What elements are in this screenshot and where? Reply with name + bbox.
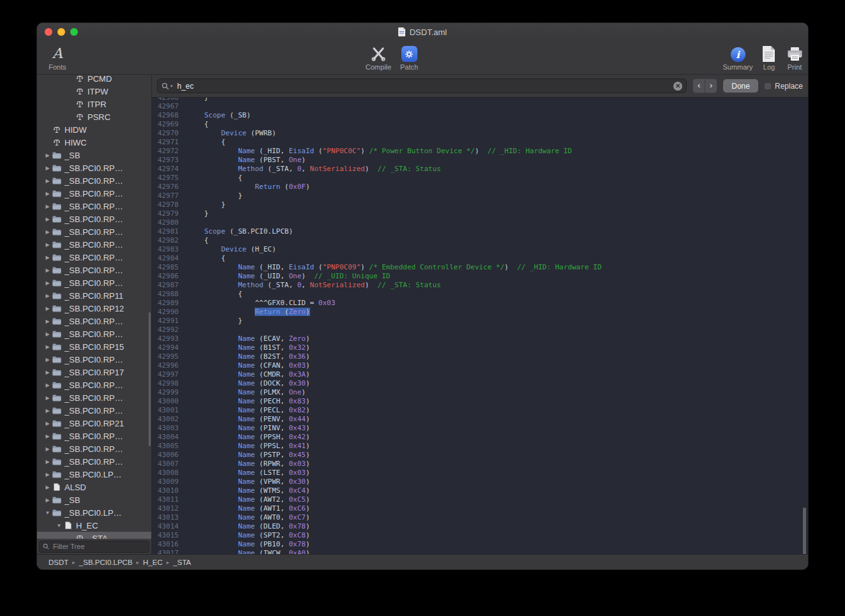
code-line[interactable]: 43003 Name (PINV, 0x43) <box>152 424 808 433</box>
sidebar-item-_sb-pci0-rp[interactable]: ▶_SB.PCI0.RP… <box>37 327 151 340</box>
code-line[interactable]: 43015 Name (SPT2, 0xC8) <box>152 531 808 540</box>
code-line[interactable]: 43016 Name (PB10, 0x78) <box>152 540 808 549</box>
code-line[interactable]: 42986 Name (_UID, One) // _UID: Unique I… <box>152 272 808 281</box>
sidebar-item-alsd[interactable]: ▶ALSD <box>37 481 151 493</box>
disclosure-closed-icon[interactable]: ▶ <box>43 306 52 312</box>
disclosure-closed-icon[interactable]: ▶ <box>43 255 52 260</box>
sidebar-item-_sb-pci0-rp[interactable]: ▶_SB.PCI0.RP… <box>37 213 151 225</box>
sidebar-item-_sb-pci0-rp[interactable]: ▶_SB.PCI0.RP… <box>37 187 151 200</box>
code-line[interactable]: 42998 Name (DOCK, 0x30) <box>152 379 808 388</box>
sidebar-item-_sb-pci0-rp[interactable]: ▶_SB.PCI0.RP… <box>37 404 151 417</box>
code-line[interactable]: 43013 Name (AWT0, 0xC7) <box>152 513 808 522</box>
code-line[interactable]: 42975 { <box>152 174 808 183</box>
code-line[interactable]: 42970 Device (PWRB) <box>152 129 808 138</box>
code-line[interactable]: 43004 Name (PPSH, 0x42) <box>152 433 808 442</box>
sidebar-item-_sb-pci0-rp15[interactable]: ▶_SB.PCI0.RP15 <box>37 340 151 353</box>
find-next-button[interactable]: › <box>705 79 717 93</box>
chevron-down-icon[interactable]: ▾ <box>170 84 173 89</box>
fonts-button[interactable]: A Fonts <box>41 43 74 71</box>
disclosure-closed-icon[interactable]: ▶ <box>43 267 52 273</box>
sidebar-item-_sb-pci0-rp[interactable]: ▶_SB.PCI0.RP… <box>37 391 151 404</box>
code-line[interactable]: 42994 Name (B1ST, 0x32) <box>152 343 808 352</box>
code-line[interactable]: 42987 Method (_STA, 0, NotSerialized) //… <box>152 281 808 290</box>
disclosure-closed-icon[interactable]: ▶ <box>43 229 52 235</box>
replace-checkbox[interactable] <box>764 82 772 90</box>
code-line[interactable]: 43005 Name (PPSL, 0x41) <box>152 442 808 451</box>
sidebar-item-_sb[interactable]: ▶_SB <box>37 149 151 162</box>
disclosure-closed-icon[interactable]: ▶ <box>43 421 52 426</box>
find-previous-button[interactable]: ‹ <box>692 79 705 93</box>
code-line[interactable]: 42993 Name (ECAV, Zero) <box>152 334 808 343</box>
disclosure-closed-icon[interactable]: ▶ <box>43 178 52 184</box>
code-line[interactable]: 43014 Name (DLED, 0x78) <box>152 522 808 531</box>
sidebar-item-itpw[interactable]: ITPW <box>37 85 151 98</box>
disclosure-closed-icon[interactable]: ▶ <box>43 153 52 158</box>
sidebar-item-_sb-pci0-rp[interactable]: ▶_SB.PCI0.RP… <box>37 353 151 366</box>
code-line[interactable]: 43017 Name (IWCW, 0xA0) <box>152 549 808 554</box>
sidebar-item-hidw[interactable]: HIDW <box>37 123 151 136</box>
code-line[interactable]: 42967 <box>152 102 808 111</box>
code-line[interactable]: 43001 Name (PECL, 0x82) <box>152 406 808 415</box>
disclosure-closed-icon[interactable]: ▶ <box>43 357 52 363</box>
sidebar-item-_sb-pci0-rp[interactable]: ▶_SB.PCI0.RP… <box>37 315 151 327</box>
summary-button[interactable]: i Summary <box>721 43 754 71</box>
disclosure-closed-icon[interactable]: ▶ <box>43 497 52 503</box>
disclosure-closed-icon[interactable]: ▶ <box>43 433 52 439</box>
sidebar-item-_sb-pci0-rp[interactable]: ▶_SB.PCI0.RP… <box>37 276 151 289</box>
breadcrumb-item[interactable]: H_EC <box>143 559 163 566</box>
sidebar-item-_sb-pci0-lp[interactable]: ▶_SB.PCI0.LP… <box>37 468 151 481</box>
code-line[interactable]: 42968Scope (_SB) <box>152 111 808 120</box>
disclosure-closed-icon[interactable]: ▶ <box>43 344 52 350</box>
sidebar-item-_sb-pci0-rp21[interactable]: ▶_SB.PCI0.RP21 <box>37 417 151 430</box>
code-line[interactable]: 42973 Name (PBST, One) <box>152 156 808 165</box>
disclosure-open-icon[interactable]: ▼ <box>43 510 52 516</box>
disclosure-closed-icon[interactable]: ▶ <box>43 280 52 286</box>
disclosure-closed-icon[interactable]: ▶ <box>43 331 52 337</box>
disclosure-closed-icon[interactable]: ▶ <box>43 485 52 490</box>
sidebar-item-h_ec[interactable]: ▼H_EC <box>37 519 151 532</box>
code-line[interactable]: 43008 Name (LSTE, 0x03) <box>152 469 808 477</box>
sidebar-item-_sb-pci0-rp[interactable]: ▶_SB.PCI0.RP… <box>37 200 151 213</box>
zoom-button[interactable] <box>70 28 78 36</box>
disclosure-closed-icon[interactable]: ▶ <box>43 472 52 477</box>
disclosure-closed-icon[interactable]: ▶ <box>43 370 52 375</box>
sidebar-item-_sb-pci0-lp[interactable]: ▼_SB.PCI0.LP… <box>37 506 151 519</box>
sidebar-item-_sta[interactable]: _STA <box>37 532 151 539</box>
disclosure-closed-icon[interactable]: ▶ <box>43 395 52 401</box>
code-line[interactable]: 43007 Name (RPWR, 0x03) <box>152 460 808 469</box>
code-line[interactable]: 42972 Name (_HID, EisaId ("PNP0C0C") /* … <box>152 147 808 156</box>
find-input[interactable] <box>176 81 671 91</box>
filter-field[interactable] <box>39 541 149 553</box>
code-line[interactable]: 43002 Name (PENV, 0x44) <box>152 415 808 424</box>
code-line[interactable]: 42981Scope (_SB.PCI0.LPCB) <box>152 227 808 236</box>
disclosure-closed-icon[interactable]: ▶ <box>43 459 52 465</box>
code-line[interactable]: 43009 Name (VPWR, 0x30) <box>152 477 808 486</box>
sidebar-item-hiwc[interactable]: HIWC <box>37 136 151 149</box>
code-line[interactable]: 42977 } <box>152 192 808 200</box>
search-field[interactable]: ▾ ✕ <box>157 79 687 93</box>
sidebar-item-_sb-pci0-rp[interactable]: ▶_SB.PCI0.RP… <box>37 442 151 455</box>
disclosure-open-icon[interactable]: ▼ <box>55 523 63 529</box>
sidebar-item-pcmd[interactable]: PCMD <box>37 75 151 85</box>
code-line[interactable]: 42999 Name (PLMX, One) <box>152 388 808 397</box>
disclosure-closed-icon[interactable]: ▶ <box>43 293 52 299</box>
code-editor[interactable]: 42966}4296742968Scope (_SB)42969{42970 D… <box>152 98 808 554</box>
sidebar-item-_sb-pci0-rp12[interactable]: ▶_SB.PCI0.RP12 <box>37 302 151 315</box>
code-line[interactable]: 42974 Method (_STA, 0, NotSerialized) //… <box>152 165 808 174</box>
sidebar-scrollbar[interactable] <box>149 312 151 446</box>
disclosure-closed-icon[interactable]: ▶ <box>43 216 52 222</box>
code-line[interactable]: 42989 ^^^GFX0.CLID = 0x03 <box>152 299 808 308</box>
sidebar-item-itpr[interactable]: ITPR <box>37 98 151 110</box>
disclosure-closed-icon[interactable]: ▶ <box>43 446 52 452</box>
sidebar-item-_sb-pci0-rp[interactable]: ▶_SB.PCI0.RP… <box>37 455 151 468</box>
code-line[interactable]: 42976 Return (0x0F) <box>152 183 808 192</box>
code-line[interactable]: 42971 { <box>152 138 808 147</box>
sidebar-item-_sb-pci0-rp[interactable]: ▶_SB.PCI0.RP… <box>37 264 151 276</box>
breadcrumb-item[interactable]: DSDT <box>49 559 68 566</box>
clear-icon[interactable]: ✕ <box>673 82 682 91</box>
code-line[interactable]: 42985 Name (_HID, EisaId ("PNP0C09") /* … <box>152 263 808 272</box>
code-line[interactable]: 43012 Name (AWT1, 0xC6) <box>152 504 808 513</box>
code-line[interactable]: 42979} <box>152 209 808 218</box>
disclosure-closed-icon[interactable]: ▶ <box>43 165 52 171</box>
breadcrumb-item[interactable]: _STA <box>173 559 191 566</box>
